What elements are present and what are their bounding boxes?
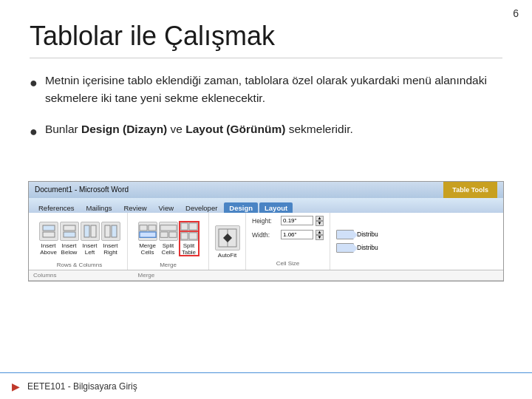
insert-above-label: InsertAbove — [40, 242, 57, 256]
group-label-bar: Columns Merge — [29, 270, 503, 281]
width-input[interactable] — [281, 230, 313, 239]
merge-cells-icon — [138, 222, 157, 241]
word-screenshot-container: Document1 - Microsoft Word Table Tools R… — [28, 181, 504, 282]
insert-right-btn[interactable]: InsertRight — [101, 222, 120, 256]
svg-rect-8 — [139, 225, 146, 231]
split-cells-btn[interactable]: SplitCells — [159, 222, 178, 256]
height-input-row: Height: ▲ ▼ — [252, 216, 324, 226]
main-content: Tablolar ile Çalışmak ● Metnin içerisine… — [0, 0, 532, 171]
bullet-section-2: ● Bunlar Design (Dizayn) ve Layout (Görü… — [30, 120, 502, 143]
rows-columns-buttons: InsertAbove InsertBelow InsertLeft — [39, 216, 120, 262]
split-table-icon — [180, 222, 199, 241]
autofit-group: AutoFit — [209, 213, 246, 270]
merge-cells-label: MergeCells — [139, 242, 156, 256]
autofit-label: AutoFit — [218, 252, 236, 259]
insert-below-icon — [60, 222, 79, 241]
insert-below-btn[interactable]: InsertBelow — [60, 222, 79, 256]
insert-left-btn[interactable]: InsertLeft — [81, 222, 100, 256]
bullet-section-1: ● Metnin içerisine tablo eklendiği zaman… — [30, 72, 502, 107]
merge-label: Merge — [160, 262, 177, 268]
svg-rect-15 — [189, 223, 197, 230]
layout-bold: Layout (Görünüm) — [185, 123, 285, 135]
svg-rect-12 — [160, 232, 167, 237]
design-bold: Design (Dizayn) — [81, 123, 167, 135]
merge-buttons: MergeCells SplitCells SplitTable — [138, 216, 199, 262]
bullet-text-2: Bunlar Design (Dizayn) ve Layout (Görünü… — [45, 120, 502, 138]
bullet-prefix: Bunlar — [45, 123, 81, 135]
distribute-cols-label: Distribu — [357, 244, 378, 251]
width-label: Width: — [252, 231, 279, 239]
rows-columns-label: Rows & Columns — [57, 262, 102, 268]
svg-rect-4 — [84, 225, 89, 237]
split-table-btn[interactable]: SplitTable — [180, 222, 199, 256]
insert-above-btn[interactable]: InsertAbove — [39, 222, 58, 256]
autofit-buttons: AutoFit — [215, 216, 240, 268]
svg-rect-18 — [189, 233, 197, 239]
autofit-icon — [215, 225, 240, 250]
height-spin-down[interactable]: ▼ — [316, 221, 324, 226]
svg-rect-0 — [43, 225, 55, 231]
bullet-item-2: ● Bunlar Design (Dizayn) ve Layout (Görü… — [30, 120, 502, 143]
bullet-icon-1: ● — [30, 73, 38, 94]
distribute-group: Distribu Distribu — [330, 213, 384, 270]
ribbon-tabs-row: References Mailings Review View Develope… — [29, 198, 503, 213]
rows-columns-group: InsertAbove InsertBelow InsertLeft — [32, 213, 128, 270]
distribute-cols-icon — [336, 243, 354, 253]
svg-rect-17 — [180, 233, 187, 239]
bullet-icon-2: ● — [30, 122, 38, 143]
bullet-item-1: ● Metnin içerisine tablo eklendiği zaman… — [30, 72, 502, 107]
split-cells-label: SplitCells — [162, 242, 175, 256]
insert-above-icon — [39, 222, 58, 241]
distribute-rows-btn[interactable]: Distribu — [336, 230, 378, 239]
word-title-text: Document1 - Microsoft Word — [35, 185, 129, 194]
svg-rect-9 — [148, 225, 155, 231]
width-spinner: ▲ ▼ — [316, 230, 324, 240]
tab-review[interactable]: Review — [118, 202, 151, 213]
insert-right-label: InsertRight — [103, 242, 117, 256]
distribute-rows-icon — [336, 230, 354, 239]
tab-mailings[interactable]: Mailings — [81, 202, 117, 213]
status-text: EETE101 - Bilgisayara Giriş — [27, 381, 137, 392]
cell-size-group: Height: ▲ ▼ Width: ▲ ▼ Cell Size — [246, 213, 330, 270]
distribute-rows-label: Distribu — [357, 231, 378, 238]
height-spinner: ▲ ▼ — [316, 216, 324, 226]
distribute-cols-btn[interactable]: Distribu — [336, 243, 378, 253]
bullet-text-1: Metnin içerisine tablo eklendiği zaman, … — [45, 72, 502, 107]
split-cells-icon — [159, 222, 178, 241]
svg-rect-7 — [112, 225, 117, 237]
svg-rect-11 — [160, 225, 176, 231]
insert-below-label: InsertBelow — [61, 242, 78, 256]
svg-rect-13 — [168, 232, 176, 237]
width-spin-down[interactable]: ▼ — [316, 235, 324, 240]
height-label: Height: — [252, 217, 279, 225]
width-spin-up[interactable]: ▲ — [316, 230, 324, 235]
tab-developer[interactable]: Developer — [180, 202, 222, 213]
height-input[interactable] — [281, 216, 313, 225]
svg-rect-3 — [64, 232, 75, 237]
tab-references[interactable]: References — [33, 202, 80, 213]
word-titlebar: Document1 - Microsoft Word Table Tools — [29, 182, 503, 198]
svg-rect-6 — [105, 225, 110, 237]
svg-rect-1 — [43, 232, 55, 237]
insert-right-icon — [101, 222, 120, 241]
ribbon-content: InsertAbove InsertBelow InsertLeft — [29, 213, 503, 270]
insert-left-label: InsertLeft — [82, 242, 97, 256]
svg-rect-5 — [91, 225, 96, 237]
page-number: 6 — [513, 7, 519, 19]
svg-rect-10 — [139, 232, 155, 237]
merge-cells-btn[interactable]: MergeCells — [138, 222, 157, 256]
autofit-btn[interactable]: AutoFit — [215, 225, 240, 259]
svg-rect-14 — [180, 223, 187, 230]
height-spin-up[interactable]: ▲ — [316, 216, 324, 221]
columns-label: Columns — [33, 272, 57, 279]
page-title: Tablolar ile Çalışmak — [30, 21, 502, 58]
tab-design[interactable]: Design — [224, 202, 258, 213]
status-bar: ▶ EETE101 - Bilgisayara Giriş — [0, 372, 532, 399]
tab-view[interactable]: View — [154, 202, 179, 213]
word-screenshot: Document1 - Microsoft Word Table Tools R… — [28, 181, 504, 282]
svg-rect-2 — [64, 225, 75, 231]
split-table-label: SplitTable — [182, 242, 196, 256]
tab-layout[interactable]: Layout — [259, 202, 293, 213]
insert-left-icon — [81, 222, 100, 241]
status-arrow-icon: ▶ — [12, 381, 20, 392]
